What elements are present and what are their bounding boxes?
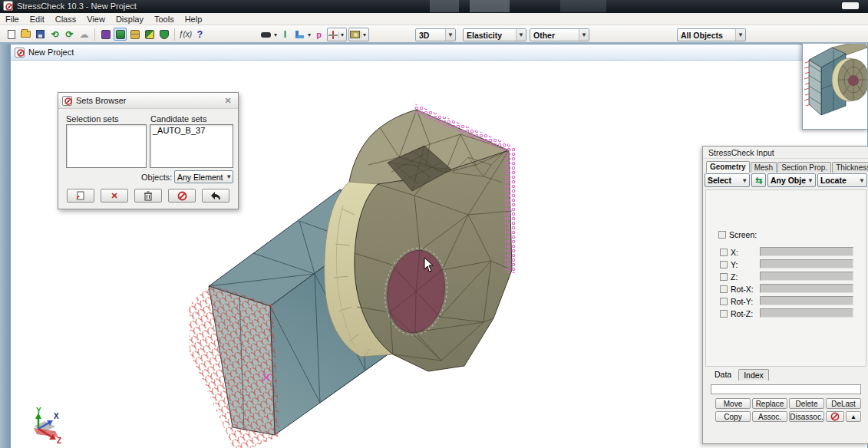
open-file-icon[interactable] [19, 28, 32, 41]
y-label: Y: [731, 260, 755, 269]
minimize-button[interactable] [842, 2, 859, 9]
input-panel-title[interactable]: StressCheck Input [703, 147, 868, 159]
app-title-bar: StressCheck 10.3 - New Project [0, 0, 868, 13]
candidate-sets-list[interactable]: _AUTO_B_37 [150, 124, 233, 168]
rot-x-input[interactable] [760, 284, 853, 293]
rot-x-checkbox[interactable] [720, 285, 728, 293]
discipline-combo[interactable]: Elasticity▼ [463, 28, 526, 41]
menu-display[interactable]: Display [111, 13, 149, 25]
y-checkbox[interactable] [720, 261, 728, 268]
x-label: X: [731, 248, 755, 257]
z-checkbox[interactable] [720, 273, 728, 281]
screen-checkbox[interactable] [718, 231, 726, 239]
menu-class[interactable]: Class [50, 13, 82, 25]
x-checkbox[interactable] [720, 249, 728, 256]
replace-button[interactable]: Replace [752, 398, 787, 409]
assoc-button[interactable]: Assoc. [752, 411, 787, 422]
beam-tool-icon[interactable]: I [279, 28, 292, 41]
camera-icon [350, 31, 360, 38]
delete-button[interactable]: Delete [789, 398, 824, 409]
save-file-icon[interactable] [34, 28, 47, 41]
line-style-dropdown-arrow[interactable]: ▾ [274, 31, 277, 38]
list-item[interactable]: _AUTO_B_37 [150, 125, 233, 136]
delete-set-button[interactable]: ✕ [101, 189, 128, 203]
trash-button[interactable] [134, 189, 162, 203]
window-frame-edge [0, 44, 10, 448]
axes-view-button[interactable]: ▾ [327, 28, 347, 41]
rot-z-input[interactable] [760, 308, 853, 318]
disassoc-button[interactable]: Disassoc. [789, 411, 824, 422]
sets-browser-title-bar[interactable]: Sets Browser ✕ [58, 93, 238, 109]
point-tool-icon[interactable]: p [312, 28, 325, 41]
z-input[interactable] [760, 272, 853, 281]
x-input[interactable] [760, 247, 853, 256]
menu-edit[interactable]: Edit [25, 13, 50, 25]
rot-y-checkbox[interactable] [720, 298, 728, 305]
move-button[interactable]: Move [715, 398, 751, 409]
collapse-button[interactable]: ▲ [846, 411, 861, 422]
menu-view[interactable]: View [81, 13, 111, 25]
stresscheck-input-panel: StressCheck Input Geometry Mesh Section … [702, 146, 868, 444]
line-style-icon[interactable] [259, 28, 272, 41]
y-input[interactable] [760, 259, 853, 268]
tab-data[interactable]: Data [709, 368, 737, 380]
stresscheck-logo-icon [3, 1, 13, 11]
camera-view-button[interactable]: ▾ [348, 28, 369, 41]
tab-index[interactable]: Index [738, 369, 769, 380]
add-set-icon [75, 191, 86, 201]
chevron-down-icon: ▼ [516, 29, 526, 41]
undo-button[interactable] [202, 189, 229, 203]
z-label: Z: [731, 272, 755, 282]
data-input-field[interactable] [711, 384, 861, 394]
menu-help[interactable]: Help [180, 13, 208, 25]
import-icon[interactable]: ⟲ [48, 28, 61, 41]
objects-type-combo[interactable]: Any Element▼ [174, 170, 233, 183]
tab-thickness[interactable]: Thickness [832, 162, 868, 173]
chevron-down-icon: ▼ [735, 29, 745, 41]
dimension-combo[interactable]: 3D▼ [415, 28, 456, 41]
chevron-down-icon: ▼ [740, 177, 749, 184]
close-icon[interactable]: ✕ [222, 95, 234, 106]
abort-button[interactable] [826, 411, 844, 422]
method-combo[interactable]: Other▼ [530, 28, 589, 41]
corner-tool-icon[interactable] [293, 28, 306, 41]
desktop-artifact [430, 0, 459, 12]
tab-mesh[interactable]: Mesh [751, 162, 777, 173]
tab-section-prop[interactable]: Section Prop. [777, 162, 831, 173]
model-view-icon[interactable] [99, 28, 112, 41]
add-set-button[interactable] [67, 189, 94, 203]
no-entry-icon [830, 412, 840, 421]
cancel-button[interactable] [168, 189, 196, 203]
sets-browser-title: Sets Browser [76, 96, 218, 105]
menu-file[interactable]: File [0, 13, 25, 25]
rot-z-checkbox[interactable] [720, 310, 728, 318]
menu-tools[interactable]: Tools [149, 13, 180, 25]
objects-filter-combo[interactable]: All Objects▼ [677, 28, 746, 41]
chevron-down-icon: ▼ [445, 29, 455, 41]
tab-geometry[interactable]: Geometry [706, 161, 750, 173]
corner-tool-dropdown-arrow[interactable]: ▾ [308, 31, 311, 38]
project-window-title: New Project [28, 48, 74, 57]
locate-combo[interactable]: Locate▼ [817, 173, 867, 187]
screen-label: Screen: [729, 230, 757, 239]
swap-selection-button[interactable]: ⇆ [751, 173, 766, 187]
rot-y-input[interactable] [760, 296, 853, 305]
object-type-combo[interactable]: Any Object▼ [767, 173, 816, 187]
help-icon[interactable]: ? [193, 28, 206, 41]
new-file-icon[interactable] [5, 28, 18, 41]
project-window-title-bar[interactable]: New Project [11, 44, 867, 61]
sets-cabinet-icon[interactable] [128, 28, 141, 41]
delast-button[interactable]: DeLast [826, 398, 861, 409]
selection-sets-list[interactable] [66, 124, 147, 168]
chevron-down-icon: ▼ [857, 177, 866, 184]
material-shield-icon[interactable] [157, 28, 170, 41]
desktop-artifact [470, 0, 510, 12]
cloud-icon[interactable]: ☁ [78, 28, 91, 41]
formula-icon[interactable]: ƒ(x) [179, 28, 192, 41]
export-icon[interactable]: ⟳ [63, 28, 76, 41]
select-elements-icon[interactable] [114, 28, 127, 41]
select-mode-combo[interactable]: Select▼ [705, 173, 750, 187]
selection-sets-label: Selection sets [66, 114, 118, 124]
copy-button[interactable]: Copy [715, 411, 751, 422]
mesh-split-icon[interactable] [143, 28, 156, 41]
